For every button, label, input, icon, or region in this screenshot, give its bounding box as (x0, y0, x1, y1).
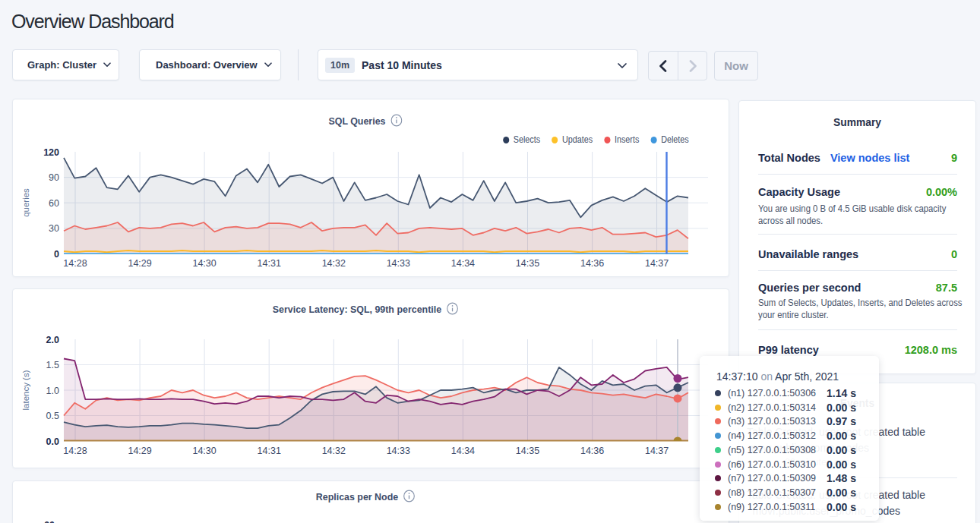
svg-text:14:35: 14:35 (516, 258, 539, 269)
svg-text:120: 120 (43, 147, 59, 158)
svg-text:30: 30 (49, 223, 59, 234)
svg-text:2.0: 2.0 (46, 335, 59, 345)
svg-text:60: 60 (49, 198, 59, 209)
svg-text:14:29: 14:29 (128, 446, 151, 456)
svg-text:14:29: 14:29 (128, 258, 151, 269)
svg-text:0.5: 0.5 (46, 411, 59, 421)
svg-text:14:34: 14:34 (451, 446, 475, 456)
svg-text:14:33: 14:33 (387, 446, 410, 456)
svg-text:14:31: 14:31 (258, 258, 281, 269)
svg-text:14:37: 14:37 (645, 446, 669, 456)
svg-text:14:30: 14:30 (192, 258, 216, 269)
svg-text:14:32: 14:32 (322, 446, 346, 456)
svg-text:14:33: 14:33 (387, 258, 410, 269)
svg-text:14:31: 14:31 (258, 446, 281, 456)
svg-text:14:36: 14:36 (580, 446, 604, 456)
svg-text:14:37: 14:37 (645, 258, 669, 269)
svg-text:14:28: 14:28 (63, 258, 87, 269)
svg-text:queries: queries (21, 188, 30, 217)
svg-text:latency (s): latency (s) (21, 370, 30, 410)
svg-text:14:36: 14:36 (580, 258, 604, 269)
svg-text:14:34: 14:34 (451, 258, 475, 269)
svg-text:0: 0 (54, 249, 59, 260)
svg-text:14:32: 14:32 (322, 258, 346, 269)
svg-text:14:35: 14:35 (516, 446, 539, 456)
svg-text:14:30: 14:30 (192, 446, 216, 456)
svg-text:90: 90 (49, 172, 59, 183)
svg-text:1.5: 1.5 (46, 360, 59, 370)
svg-text:14:28: 14:28 (63, 446, 87, 456)
svg-text:1.0: 1.0 (46, 386, 59, 396)
svg-text:0.0: 0.0 (46, 436, 59, 447)
